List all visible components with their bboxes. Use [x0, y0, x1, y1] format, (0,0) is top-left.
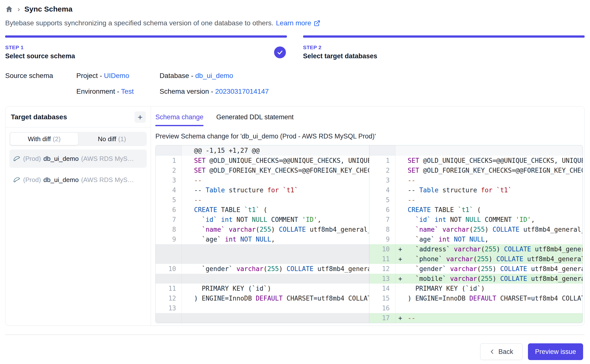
environment-field-label: Environment -: [76, 88, 121, 95]
add-database-button[interactable]: +: [134, 111, 146, 123]
chevron-left-icon: [490, 349, 495, 354]
tab-generated-ddl[interactable]: Generated DDL statement: [216, 113, 294, 126]
database-list-item[interactable]: (Prod) db_ui_demo (AWS RDS MyS…: [9, 171, 147, 189]
step-2-title: Select target databases: [303, 52, 377, 60]
no-diff-label: No diff: [98, 135, 116, 143]
db-instance: (AWS RDS MyS…: [81, 155, 134, 163]
diff-row: 11 PRIMARY KEY (`id`): [156, 284, 369, 293]
source-schema-label: Source schema: [5, 72, 76, 80]
diff-row: 5--: [369, 195, 583, 205]
diff-filter-tabs: With diff (2) No diff (1): [9, 132, 147, 146]
diff-row: 8 `name` varchar(255) COLLATE utf8mb4_ge…: [369, 225, 583, 234]
diff-row: 17+--: [369, 313, 583, 323]
database-link[interactable]: db_ui_demo: [195, 72, 233, 79]
diff-row: 2SET @OLD_FOREIGN_KEY_CHECKS=@@FOREIGN_K…: [156, 166, 369, 175]
source-project-field: Project - UIDemo: [76, 72, 160, 80]
tab-schema-change[interactable]: Schema change: [155, 113, 203, 126]
diff-row: [156, 274, 369, 284]
back-button-label: Back: [498, 348, 513, 356]
tab-with-diff[interactable]: With diff (2): [10, 133, 78, 145]
page-title: Sync Schema: [24, 5, 72, 13]
diff-row: 12) ENGINE=InnoDB DEFAULT CHARSET=utf8mb…: [156, 293, 369, 303]
diff-row: 5--: [156, 195, 369, 205]
diff-hunk-header-text: @@ -1,15 +1,27 @@: [194, 145, 369, 156]
step-1-label: STEP 1: [5, 45, 75, 50]
tab-no-diff[interactable]: No diff (1): [78, 133, 146, 145]
step-1[interactable]: STEP 1 Select source schema: [5, 35, 287, 60]
diff-row: [156, 254, 369, 264]
diff-row: 4-- Table structure for `t1`: [156, 185, 369, 195]
db-instance: (AWS RDS MyS…: [81, 176, 134, 184]
database-field-label: Database -: [160, 72, 195, 79]
diff-row: 1SET @OLD_UNIQUE_CHECKS=@@UNIQUE_CHECKS,…: [369, 156, 583, 166]
footer-divider: [5, 334, 585, 335]
diff-row: 3--: [156, 175, 369, 185]
external-link-icon[interactable]: [314, 20, 320, 27]
preview-issue-button[interactable]: Preview issue: [528, 343, 583, 360]
step-1-check-icon: [274, 46, 286, 58]
schema-preview-panel: Schema change Generated DDL statement Pr…: [151, 106, 584, 325]
diff-row: 12 `gender` varchar(255) COLLATE utf8mb4…: [369, 264, 583, 274]
diff-row: 16: [369, 303, 583, 313]
target-databases-panel: Target databases + With diff (2) No diff…: [5, 106, 151, 325]
diff-row: 2SET @OLD_FOREIGN_KEY_CHECKS=@@FOREIGN_K…: [369, 166, 583, 175]
db-name: db_ui_demo: [43, 155, 79, 163]
preview-tabs: Schema change Generated DDL statement: [155, 113, 583, 126]
diff-row: 15) ENGINE=InnoDB DEFAULT CHARSET=utf8mb…: [369, 293, 583, 303]
diff-row: 11+ `phone` varchar(255) COLLATE utf8mb4…: [369, 254, 583, 264]
diff-row: 1SET @OLD_UNIQUE_CHECKS=@@UNIQUE_CHECKS,…: [156, 156, 369, 166]
diff-hunk-header-right: [369, 145, 583, 156]
environment-link[interactable]: Test: [121, 88, 134, 95]
step-1-title: Select source schema: [5, 52, 75, 60]
diff-row: 7 `id` int NOT NULL COMMENT 'ID',: [156, 215, 369, 225]
schema-diff-viewer: @@ -1,15 +1,27 @@ 1SET @OLD_UNIQUE_CHECK…: [155, 145, 583, 323]
diff-row: [156, 313, 369, 323]
diff-row: 9 `age` int NOT NULL,: [369, 234, 583, 244]
home-icon[interactable]: [5, 5, 13, 13]
sync-main-card: Target databases + With diff (2) No diff…: [5, 106, 585, 326]
mysql-dolphin-icon: [13, 155, 21, 163]
learn-more-link[interactable]: Learn more: [276, 19, 311, 27]
db-name: db_ui_demo: [43, 176, 79, 184]
diff-rows-new: 1SET @OLD_UNIQUE_CHECKS=@@UNIQUE_CHECKS,…: [369, 156, 583, 323]
schema-version-field-label: Schema version -: [160, 88, 215, 95]
breadcrumb: › Sync Schema: [5, 4, 585, 14]
footer-actions: Back Preview issue: [5, 343, 585, 360]
with-diff-label: With diff: [28, 135, 51, 143]
diff-row: 4-- Table structure for `t1`: [369, 185, 583, 195]
back-button[interactable]: Back: [480, 343, 523, 360]
target-database-list: (Prod) db_ui_demo (AWS RDS MyS… (Prod) d…: [9, 150, 147, 189]
diff-row: 6CREATE TABLE `t1` (: [369, 205, 583, 215]
step-indicator: STEP 1 Select source schema STEP 2 Selec…: [5, 35, 585, 60]
step-2-label: STEP 2: [303, 45, 377, 50]
project-link[interactable]: UIDemo: [104, 72, 129, 79]
diff-hunk-header: @@ -1,15 +1,27 @@: [156, 145, 369, 156]
diff-pane-new: 1SET @OLD_UNIQUE_CHECKS=@@UNIQUE_CHECKS,…: [369, 145, 583, 323]
with-diff-count: (2): [53, 135, 61, 143]
intro-text: Bytebase supports synchronizing a specif…: [5, 19, 585, 27]
step-2[interactable]: STEP 2 Select target databases: [303, 35, 585, 60]
project-field-label: Project -: [76, 72, 104, 79]
source-environment-field: Environment - Test: [76, 88, 160, 95]
no-diff-count: (1): [118, 135, 126, 143]
diff-row: 13+ `mobile` varchar(255) COLLATE utf8mb…: [369, 274, 583, 284]
diff-row: 7 `id` int NOT NULL COMMENT 'ID',: [369, 215, 583, 225]
sync-schema-page: › Sync Schema Bytebase supports synchron…: [0, 0, 590, 364]
diff-row: 6CREATE TABLE `t1` (: [156, 205, 369, 215]
schema-version-link[interactable]: 20230317014147: [215, 88, 269, 95]
diff-row: 10+ `address` varchar(255) COLLATE utf8m…: [369, 244, 583, 254]
mysql-dolphin-icon: [13, 176, 21, 184]
target-databases-title: Target databases: [11, 113, 67, 121]
source-schema-version-field: Schema version - 20230317014147: [160, 88, 585, 95]
db-environment: (Prod): [23, 155, 41, 163]
step-1-progress-bar: [5, 35, 287, 38]
preview-title: Preview Schema change for 'db_ui_demo (P…: [155, 133, 583, 140]
diff-row: 13: [156, 303, 369, 313]
source-schema-summary: Source schema Project - UIDemo Database …: [5, 72, 585, 95]
intro-description: Bytebase supports synchronizing a specif…: [5, 19, 274, 27]
source-database-field: Database - db_ui_demo: [160, 72, 585, 80]
database-list-item[interactable]: (Prod) db_ui_demo (AWS RDS MyS…: [9, 150, 147, 168]
diff-row: 3--: [369, 175, 583, 185]
chevron-right-icon: ›: [17, 5, 20, 13]
diff-row: 9 `age` int NOT NULL,: [156, 234, 369, 244]
